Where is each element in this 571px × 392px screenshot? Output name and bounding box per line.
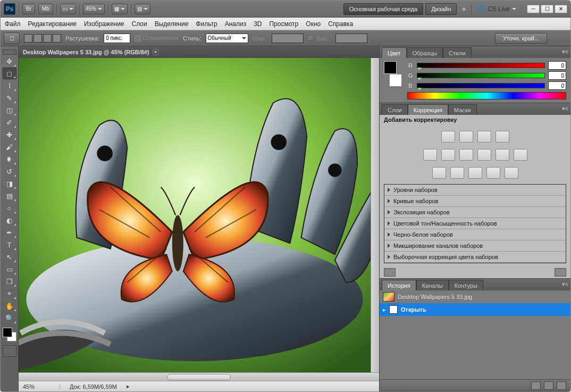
feather-input[interactable] bbox=[104, 34, 130, 43]
history-snapshot[interactable]: Desktop Wallpapers 5 33.jpg bbox=[380, 290, 570, 303]
brush-tool[interactable]: 🖌 bbox=[3, 141, 16, 153]
refine-edge-button[interactable]: Уточн. край... bbox=[495, 33, 547, 44]
healing-tool[interactable]: ✚ bbox=[3, 129, 16, 140]
minibridge-button[interactable]: Mb bbox=[38, 4, 53, 14]
menu-file[interactable]: Файл bbox=[5, 20, 21, 28]
tab-paths[interactable]: Контуры bbox=[449, 280, 483, 290]
adj-channelmixer-icon[interactable] bbox=[514, 149, 527, 161]
workspace-design-button[interactable]: Дизайн bbox=[425, 3, 457, 15]
status-docinfo[interactable]: Док: 6,59M/6,59M bbox=[70, 383, 117, 390]
adj-brightness-icon[interactable] bbox=[441, 131, 455, 143]
adj-posterize-icon[interactable] bbox=[450, 167, 464, 179]
tab-swatches[interactable]: Образцы bbox=[407, 47, 443, 58]
bridge-button[interactable]: Br bbox=[22, 4, 35, 14]
tab-channels[interactable]: Каналы bbox=[416, 280, 449, 290]
b-input[interactable] bbox=[548, 81, 566, 90]
pen-tool[interactable]: ✒ bbox=[3, 227, 16, 238]
adj-vibrance-icon[interactable] bbox=[423, 149, 437, 161]
quick-mask-button[interactable] bbox=[3, 345, 16, 357]
tab-styles[interactable]: Стили bbox=[443, 47, 472, 58]
menu-view[interactable]: Просмотр bbox=[269, 20, 298, 28]
menu-select[interactable]: Выделение bbox=[155, 20, 189, 28]
zoom-tool[interactable]: 🔍 bbox=[3, 312, 16, 324]
shape-tool[interactable]: ▭ bbox=[3, 263, 16, 275]
adj-exposure-icon[interactable] bbox=[496, 131, 509, 143]
zoom-dropdown[interactable]: 45% bbox=[83, 4, 105, 14]
tab-masks[interactable]: Маски bbox=[448, 104, 477, 115]
status-arrow-icon[interactable]: ▸ bbox=[127, 383, 130, 390]
panel-menu-icon[interactable]: ▾≡ bbox=[562, 48, 568, 55]
lasso-tool[interactable]: ⌇ bbox=[3, 80, 16, 91]
hue-ramp[interactable] bbox=[407, 92, 566, 99]
path-select-tool[interactable]: ↖ bbox=[3, 251, 16, 263]
3d-camera-tool[interactable]: ⌖ bbox=[3, 288, 16, 299]
adj-clip-icon[interactable] bbox=[555, 268, 566, 277]
quick-select-tool[interactable]: ✎ bbox=[3, 92, 16, 104]
menu-window[interactable]: Окно bbox=[306, 20, 321, 28]
adj-threshold-icon[interactable] bbox=[468, 167, 482, 179]
canvas[interactable] bbox=[19, 58, 371, 372]
new-snapshot-button[interactable] bbox=[544, 381, 553, 390]
gradient-tool[interactable]: ▤ bbox=[3, 190, 16, 202]
tab-adjustments[interactable]: Коррекция bbox=[408, 104, 448, 115]
selection-add-button[interactable] bbox=[33, 34, 42, 43]
dodge-tool[interactable]: ◐ bbox=[3, 214, 16, 226]
cslive-dropdown[interactable]: CS Live bbox=[474, 5, 520, 13]
selection-intersect-button[interactable] bbox=[53, 34, 61, 43]
blur-tool[interactable]: ○ bbox=[3, 202, 16, 214]
workspace-more-button[interactable]: » bbox=[459, 5, 469, 13]
eraser-tool[interactable]: ◨ bbox=[3, 178, 16, 189]
menu-filter[interactable]: Фильтр bbox=[196, 20, 217, 28]
panel-color-swatch[interactable] bbox=[384, 61, 402, 87]
b-slider[interactable] bbox=[417, 83, 545, 88]
panel-menu-icon[interactable]: ▾≡ bbox=[562, 281, 568, 288]
color-swatches[interactable] bbox=[3, 328, 16, 341]
preset-item[interactable]: Микширование каналов наборов bbox=[384, 240, 566, 252]
g-input[interactable] bbox=[548, 71, 566, 80]
3d-tool[interactable]: ❒ bbox=[3, 276, 16, 287]
history-step[interactable]: ▸ Открыть bbox=[380, 303, 570, 316]
adj-gradientmap-icon[interactable] bbox=[486, 167, 500, 179]
status-zoom[interactable]: 45% bbox=[23, 383, 60, 390]
adj-selective-icon[interactable] bbox=[505, 167, 518, 179]
close-tab-button[interactable]: × bbox=[153, 49, 159, 55]
preset-item[interactable]: Экспозиция наборов bbox=[384, 207, 566, 218]
r-slider[interactable] bbox=[417, 63, 545, 68]
crop-tool[interactable]: ◫ bbox=[3, 104, 16, 116]
preset-item[interactable]: Кривые наборов bbox=[384, 196, 566, 207]
preset-item[interactable]: Уровни наборов bbox=[384, 185, 566, 196]
menu-analysis[interactable]: Анализ bbox=[225, 20, 247, 28]
stamp-tool[interactable]: ⧯ bbox=[3, 153, 16, 165]
horizontal-scrollbar[interactable] bbox=[19, 372, 379, 381]
antialias-checkbox[interactable] bbox=[135, 35, 141, 41]
eyedropper-tool[interactable]: ✐ bbox=[3, 116, 16, 128]
history-brush-tool[interactable]: ↺ bbox=[3, 165, 16, 177]
close-button[interactable]: ✕ bbox=[555, 5, 567, 13]
selection-new-button[interactable] bbox=[24, 34, 32, 43]
delete-state-button[interactable] bbox=[557, 381, 566, 390]
menu-image[interactable]: Изображение bbox=[84, 20, 124, 28]
arrange-dropdown[interactable]: ▤ bbox=[135, 4, 150, 14]
move-tool[interactable]: ✥ bbox=[3, 55, 16, 67]
g-slider[interactable] bbox=[417, 73, 545, 78]
adj-hue-icon[interactable] bbox=[441, 149, 455, 161]
type-tool[interactable]: T bbox=[3, 239, 16, 251]
current-tool-indicator[interactable]: ◻ bbox=[4, 32, 20, 44]
selection-subtract-button[interactable] bbox=[43, 34, 52, 43]
adj-invert-icon[interactable] bbox=[432, 167, 446, 179]
new-doc-from-state-button[interactable] bbox=[531, 381, 541, 390]
panel-menu-icon[interactable]: ▾≡ bbox=[562, 105, 568, 112]
adj-levels-icon[interactable] bbox=[459, 131, 473, 143]
menu-help[interactable]: Справка bbox=[328, 20, 353, 28]
menu-edit[interactable]: Редактирование bbox=[28, 20, 77, 28]
adj-curves-icon[interactable] bbox=[477, 131, 491, 143]
style-select[interactable]: Обычный bbox=[206, 34, 248, 43]
adj-bw-icon[interactable] bbox=[477, 149, 491, 161]
vertical-scrollbar[interactable] bbox=[371, 58, 379, 372]
screen-mode-dropdown[interactable]: ▭ bbox=[60, 4, 76, 14]
r-input[interactable] bbox=[548, 61, 566, 70]
adj-photofilter-icon[interactable] bbox=[496, 149, 509, 161]
workspace-essentials-button[interactable]: Основная рабочая среда bbox=[343, 3, 424, 15]
preset-item[interactable]: Черно-белое наборов bbox=[384, 229, 566, 240]
view-extras-dropdown[interactable]: ▦ bbox=[112, 4, 128, 14]
